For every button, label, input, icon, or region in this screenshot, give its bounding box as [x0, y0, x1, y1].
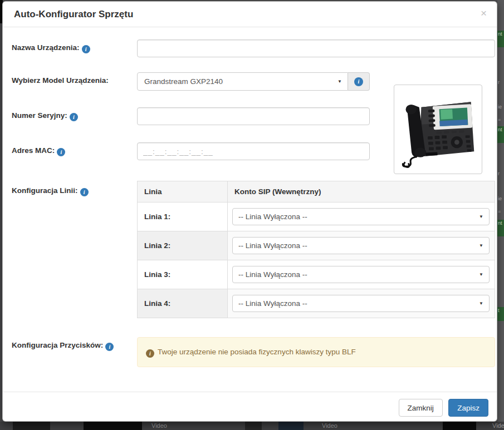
info-icon[interactable]: i: [70, 113, 78, 121]
modal-body: Nazwa Urządzenia:i Wybierz Model Urządze…: [3, 27, 497, 367]
blf-warning-text: Twoje urządzenie nie posiada fizycznych …: [158, 348, 356, 356]
background-text-fragment: =: [498, 117, 501, 122]
lines-config-label: Konfiguracja Linii:i: [12, 181, 137, 196]
line-2-select[interactable]: -- Linia Wyłączona -- ▼: [232, 237, 490, 254]
auto-configurator-modal: Auto-Konfigurator Sprzętu × Nazwa Urządz…: [2, 1, 497, 422]
modal-footer: Zamknij Zapisz: [3, 392, 497, 421]
model-selected-value: Grandstream GXP2140: [144, 77, 223, 86]
model-label-text: Wybierz Model Urządzenia:: [12, 76, 109, 85]
table-row: Linia 4: -- Linia Wyłączona -- ▼: [138, 289, 495, 318]
close-button[interactable]: Zamknij: [399, 399, 443, 417]
chevron-down-icon: ▼: [479, 301, 483, 306]
buttons-config-label: Konfiguracja Przycisków:i: [12, 337, 137, 351]
table-header-row: Linia Konto SIP (Wewnętrzny): [138, 181, 495, 202]
grandstream-gxp2140-illustration: [398, 88, 478, 170]
column-header-linia: Linia: [138, 181, 228, 202]
video-thumbnail: [245, 422, 262, 430]
close-icon[interactable]: ×: [481, 8, 487, 18]
modal-title: Auto-Konfigurator Sprzętu: [14, 9, 133, 19]
lines-config-label-text: Konfiguracja Linii:: [12, 186, 78, 195]
mac-label-text: Adres MAC:: [12, 146, 55, 155]
mac-label: Adres MAC:i: [12, 142, 137, 156]
info-icon: i: [354, 77, 363, 86]
model-label: Wybierz Model Urządzenia:: [12, 72, 137, 85]
video-thumbnail: [443, 422, 476, 430]
buttons-config-label-text: Konfiguracja Przycisków:: [12, 341, 103, 349]
info-icon[interactable]: i: [105, 343, 114, 351]
serial-number-input[interactable]: [137, 107, 370, 125]
info-icon[interactable]: i: [80, 188, 89, 196]
video-caption: Video: [322, 422, 337, 429]
device-name-row: Nazwa Urządzenia:i: [12, 39, 488, 57]
serial-label-text: Numer Seryjny:: [12, 111, 67, 120]
line-4-select[interactable]: -- Linia Wyłączona -- ▼: [232, 295, 490, 312]
column-header-konto-sip: Konto SIP (Wewnętrzny): [228, 181, 495, 202]
chevron-down-icon: ▼: [479, 272, 483, 277]
screen: nt r ie = nt r ie = nt t Video Video Vid…: [0, 0, 504, 430]
chevron-down-icon: ▼: [337, 79, 342, 84]
info-icon[interactable]: i: [57, 148, 65, 156]
background-text-fragment: ie: [498, 196, 502, 201]
background-green-row: nt: [497, 31, 504, 47]
line-1-select[interactable]: -- Linia Wyłączona -- ▼: [232, 208, 490, 225]
table-row: Linia 2: -- Linia Wyłączona -- ▼: [138, 231, 495, 260]
line-1-selected-value: -- Linia Wyłączona --: [238, 212, 307, 221]
line-3-selected-value: -- Linia Wyłączona --: [238, 270, 307, 279]
background-text-fragment: =: [498, 209, 501, 214]
background-page-right-edge: nt r ie = nt r ie = nt t: [497, 0, 504, 430]
save-button[interactable]: Zapisz: [448, 399, 488, 417]
video-caption: Video: [151, 422, 167, 429]
video-caption: Video: [492, 422, 504, 429]
video-thumbnail: [278, 422, 304, 430]
video-thumbnail: [13, 422, 50, 430]
background-text-fragment: r: [498, 171, 500, 176]
line-4-label: Linia 4:: [138, 289, 228, 318]
line-3-label: Linia 3:: [138, 260, 228, 289]
chevron-down-icon: ▼: [479, 214, 483, 219]
mac-address-input[interactable]: [137, 142, 370, 160]
background-green-row: nt: [497, 220, 504, 236]
background-video-list: Video Video Video: [0, 422, 504, 430]
lines-config-row: Konfiguracja Linii:i Linia Konto SIP (We…: [12, 181, 488, 318]
phone-photo: [394, 85, 482, 174]
chevron-down-icon: ▼: [479, 243, 483, 248]
line-4-selected-value: -- Linia Wyłączona --: [238, 299, 307, 308]
device-name-label: Nazwa Urządzenia:i: [12, 39, 137, 53]
device-name-input[interactable]: [137, 39, 495, 57]
table-row: Linia 1: -- Linia Wyłączona -- ▼: [138, 202, 495, 231]
serial-label: Numer Seryjny:i: [12, 107, 137, 121]
device-name-label-text: Nazwa Urządzenia:: [12, 43, 80, 52]
background-green-row: t: [497, 307, 504, 321]
background-text-fragment: ie: [498, 104, 502, 110]
model-info-button[interactable]: i: [348, 72, 370, 91]
background-green-row: nt: [497, 126, 504, 143]
line-1-label: Linia 1:: [138, 202, 228, 231]
line-2-label: Linia 2:: [138, 231, 228, 260]
line-2-selected-value: -- Linia Wyłączona --: [238, 241, 307, 250]
info-icon: i: [146, 349, 154, 358]
line-3-select[interactable]: -- Linia Wyłączona -- ▼: [232, 266, 490, 283]
background-text-fragment: r: [498, 80, 500, 85]
video-thumbnail: [84, 422, 142, 430]
buttons-config-row: Konfiguracja Przycisków:i iTwoje urządze…: [12, 337, 488, 367]
line-config-table: Linia Konto SIP (Wewnętrzny) Linia 1: --…: [137, 181, 495, 318]
blf-warning-alert: iTwoje urządzenie nie posiada fizycznych…: [137, 337, 495, 367]
modal-header: Auto-Konfigurator Sprzętu ×: [3, 2, 497, 27]
info-icon[interactable]: i: [82, 45, 90, 53]
table-row: Linia 3: -- Linia Wyłączona -- ▼: [138, 260, 495, 289]
model-select[interactable]: Grandstream GXP2140 ▼: [137, 72, 348, 91]
